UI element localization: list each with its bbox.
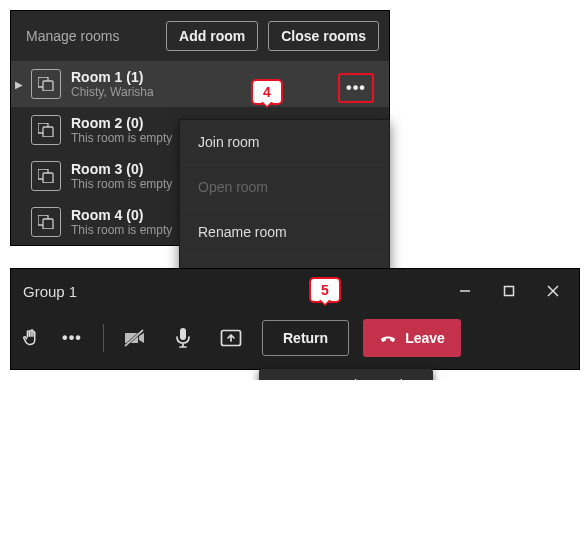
hangup-icon	[379, 329, 397, 347]
meeting-toolbar: ••• Return Leave Return to main meeting	[11, 311, 579, 369]
mic-button[interactable]	[162, 319, 204, 357]
return-button[interactable]: Return	[262, 320, 349, 356]
svg-rect-9	[505, 287, 514, 296]
breakout-rooms-panel: Manage rooms Add room Close rooms ▶ Room…	[10, 10, 390, 246]
camera-off-button[interactable]	[114, 319, 156, 357]
expand-icon[interactable]: ▶	[11, 79, 26, 90]
room-subtitle: Chisty, Warisha	[71, 85, 381, 99]
list-item[interactable]: ▶ Room 1 (1) Chisty, Warisha •••	[11, 61, 389, 107]
window-minimize-button[interactable]	[443, 277, 487, 305]
leave-label: Leave	[405, 330, 445, 346]
raise-hand-button[interactable]	[19, 319, 45, 357]
manage-rooms-label: Manage rooms	[21, 28, 156, 44]
room-icon	[31, 115, 61, 145]
close-rooms-button[interactable]: Close rooms	[268, 21, 379, 51]
breakout-header: Manage rooms Add room Close rooms	[11, 11, 389, 61]
add-room-button[interactable]: Add room	[166, 21, 258, 51]
window-close-button[interactable]	[531, 277, 575, 305]
share-screen-button[interactable]	[210, 319, 252, 357]
menu-open-room: Open room	[180, 165, 389, 210]
window-maximize-button[interactable]	[487, 277, 531, 305]
meeting-window: Group 1 ••• Return Leave Ret	[10, 268, 580, 370]
room-icon	[31, 207, 61, 237]
room-icon	[31, 69, 61, 99]
svg-rect-5	[43, 173, 53, 183]
svg-rect-3	[43, 127, 53, 137]
svg-rect-7	[43, 219, 53, 229]
svg-rect-14	[180, 328, 186, 340]
meeting-titlebar: Group 1	[11, 269, 579, 311]
svg-rect-1	[43, 81, 53, 91]
leave-button[interactable]: Leave	[363, 319, 461, 357]
menu-join-room[interactable]: Join room	[180, 120, 389, 165]
toolbar-divider	[103, 324, 104, 352]
menu-rename-room[interactable]: Rename room	[180, 210, 389, 255]
more-actions-button[interactable]: •••	[51, 319, 93, 357]
meeting-title: Group 1	[23, 283, 77, 300]
room-title: Room 1 (1)	[71, 69, 381, 85]
callout-marker-5: 5	[309, 277, 341, 303]
room-icon	[31, 161, 61, 191]
more-options-button[interactable]: •••	[338, 73, 374, 103]
callout-marker-4: 4	[251, 79, 283, 105]
return-tooltip: Return to main meeting	[259, 369, 433, 380]
